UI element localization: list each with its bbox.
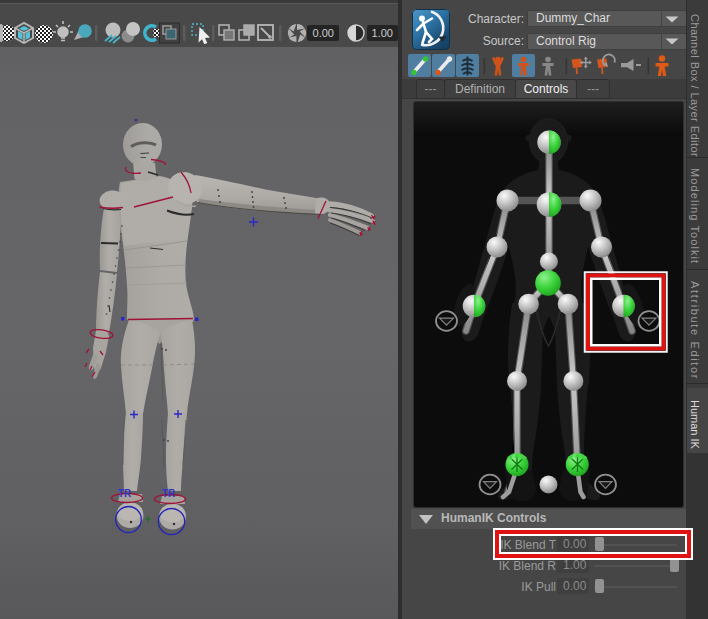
svg-text:TR: TR	[162, 488, 176, 499]
svg-text:TR: TR	[118, 488, 132, 499]
svg-text:1.00: 1.00	[372, 27, 393, 39]
svg-text:0.00: 0.00	[313, 27, 334, 39]
